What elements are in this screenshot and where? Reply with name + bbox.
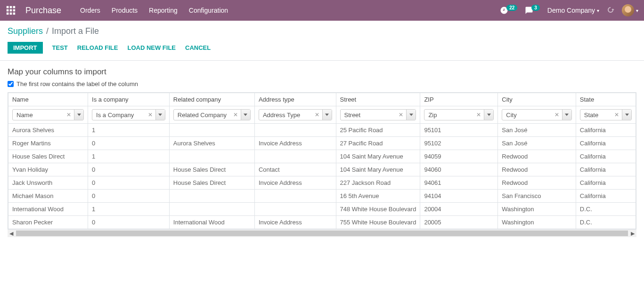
table-cell: 0 <box>88 137 170 150</box>
clear-field-icon[interactable]: ✕ <box>145 111 155 118</box>
table-cell: 94061 <box>420 176 498 190</box>
svg-rect-4 <box>10 9 12 12</box>
table-row: Roger Martins0Aurora ShelvesInvoice Addr… <box>8 137 636 150</box>
table-cell: 20004 <box>420 203 498 216</box>
table-cell: California <box>576 150 636 163</box>
field-selector[interactable]: Address Type✕ <box>259 109 332 120</box>
field-selector[interactable]: Is a Company✕ <box>92 109 165 120</box>
clear-field-icon[interactable]: ✕ <box>64 111 74 118</box>
svg-rect-5 <box>13 9 16 12</box>
dropdown-toggle[interactable] <box>484 110 493 120</box>
table-row: Aurora Shelves125 Pacific Road95101San J… <box>8 124 636 137</box>
breadcrumb-current: Import a File <box>52 26 99 36</box>
table-cell: Invoice Address <box>254 176 336 190</box>
field-map-cell: Related Company✕ <box>169 106 254 124</box>
field-selector[interactable]: Street✕ <box>340 109 416 120</box>
cancel-button[interactable]: CANCEL <box>185 42 211 54</box>
table-cell: California <box>576 124 636 137</box>
table-row: Jack Unsworth0House Sales DirectInvoice … <box>8 176 636 190</box>
company-switcher[interactable]: Demo Company ▾ <box>547 7 599 14</box>
clear-field-icon[interactable]: ✕ <box>611 111 622 118</box>
table-cell: Washington <box>498 216 576 229</box>
breadcrumb-root[interactable]: Suppliers <box>8 26 43 36</box>
table-cell: Jack Unsworth <box>8 176 88 190</box>
import-table-wrap: NameIs a companyRelated companyAddress t… <box>8 92 636 230</box>
import-table: NameIs a companyRelated companyAddress t… <box>8 93 636 229</box>
reload-file-button[interactable]: RELOAD FILE <box>77 42 118 54</box>
table-cell: International Wood <box>8 203 88 216</box>
dropdown-toggle[interactable] <box>622 110 631 120</box>
menu-orders[interactable]: Orders <box>80 7 100 14</box>
table-cell: Contact <box>254 163 336 176</box>
debug-icon[interactable] <box>607 6 614 15</box>
table-cell: Roger Martins <box>8 137 88 150</box>
table-cell: Invoice Address <box>254 137 336 150</box>
dropdown-toggle[interactable] <box>562 110 571 120</box>
field-selector[interactable]: State✕ <box>580 109 632 120</box>
clear-field-icon[interactable]: ✕ <box>473 111 484 118</box>
table-cell <box>169 150 254 163</box>
table-row: Yvan Holiday0House Sales DirectContact10… <box>8 163 636 176</box>
load-new-file-button[interactable]: LOAD NEW FILE <box>127 42 176 54</box>
table-cell: 748 White House Boulevard <box>336 203 420 216</box>
clear-field-icon[interactable]: ✕ <box>230 111 241 118</box>
field-selector-value: Is a Company <box>92 111 145 119</box>
table-cell: 0 <box>88 216 170 229</box>
apps-icon[interactable] <box>6 5 16 16</box>
import-content: Map your columns to import The first row… <box>0 61 644 244</box>
scroll-right-arrow[interactable]: ▶ <box>629 230 636 237</box>
messages-button[interactable]: 3 <box>525 6 540 15</box>
table-cell: 1 <box>88 203 170 216</box>
table-cell <box>169 203 254 216</box>
dropdown-toggle[interactable] <box>406 110 416 120</box>
menu-products[interactable]: Products <box>112 7 138 14</box>
table-cell: 95101 <box>420 124 498 137</box>
clear-field-icon[interactable]: ✕ <box>552 111 562 118</box>
table-cell: Redwood <box>498 163 576 176</box>
field-map-cell: Zip✕ <box>420 106 498 124</box>
column-header: ZIP <box>420 93 498 106</box>
field-selector-value: Address Type <box>259 111 312 119</box>
svg-rect-7 <box>10 13 12 15</box>
test-button[interactable]: TEST <box>52 42 68 54</box>
field-selector[interactable]: Related Company✕ <box>173 109 251 120</box>
user-menu[interactable]: ▾ <box>622 4 638 16</box>
chevron-down-icon: ▾ <box>636 8 638 13</box>
field-selector-value: Name <box>13 111 64 119</box>
clear-field-icon[interactable]: ✕ <box>396 111 406 118</box>
table-cell: San José <box>498 124 576 137</box>
svg-rect-0 <box>7 6 9 8</box>
table-cell: San José <box>498 137 576 150</box>
svg-rect-1 <box>10 6 12 8</box>
table-cell <box>169 190 254 203</box>
dropdown-toggle[interactable] <box>241 110 250 120</box>
dropdown-toggle[interactable] <box>155 110 165 120</box>
first-row-checkbox[interactable] <box>8 81 14 87</box>
import-button[interactable]: IMPORT <box>8 42 43 54</box>
table-cell: Sharon Pecker <box>8 216 88 229</box>
activities-button[interactable]: 22 <box>500 6 517 15</box>
clear-field-icon[interactable]: ✕ <box>312 111 322 118</box>
column-header: Name <box>8 93 88 106</box>
table-cell <box>254 190 336 203</box>
dropdown-toggle[interactable] <box>322 110 332 120</box>
menu-configuration[interactable]: Configuration <box>189 7 228 14</box>
field-map-cell: Name✕ <box>8 106 88 124</box>
company-name: Demo Company <box>547 7 595 14</box>
main-menu: Orders Products Reporting Configuration <box>80 7 228 14</box>
avatar <box>622 4 634 16</box>
scroll-track[interactable] <box>16 230 628 236</box>
scroll-left-arrow[interactable]: ◀ <box>8 230 15 237</box>
field-selector[interactable]: City✕ <box>502 109 572 120</box>
field-selector[interactable]: Zip✕ <box>424 109 494 120</box>
field-selector[interactable]: Name✕ <box>12 109 84 120</box>
field-selector-value: Related Company <box>174 111 230 119</box>
field-map-cell: City✕ <box>498 106 576 124</box>
field-map-cell: State✕ <box>576 106 636 124</box>
first-row-label[interactable]: The first row contains the label of the … <box>16 80 138 87</box>
horizontal-scrollbar[interactable]: ◀ ▶ <box>8 230 636 237</box>
column-header: Related company <box>169 93 254 106</box>
menu-reporting[interactable]: Reporting <box>149 7 178 14</box>
column-header: State <box>576 93 636 106</box>
dropdown-toggle[interactable] <box>74 110 83 120</box>
